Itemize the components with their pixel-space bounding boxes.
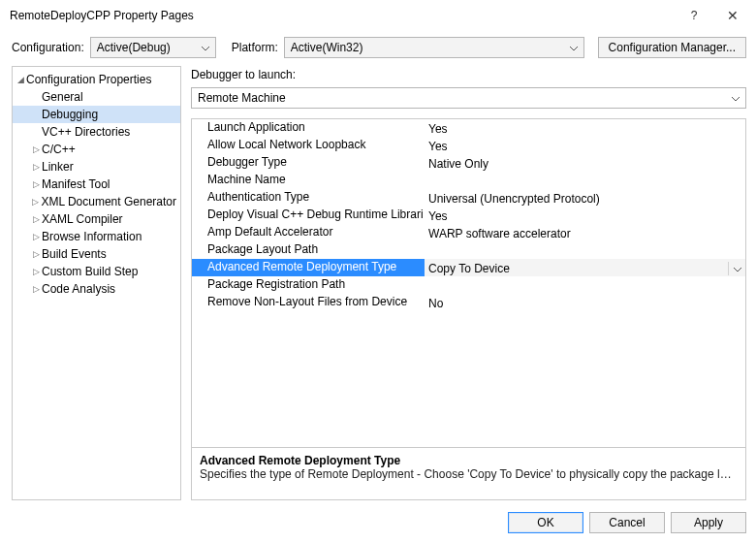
help-button[interactable]: ? — [675, 9, 713, 22]
property-row[interactable]: Machine Name — [192, 172, 745, 189]
tree-item-label: Browse Information — [42, 230, 142, 243]
property-value[interactable] — [425, 276, 745, 294]
property-value[interactable]: Yes — [425, 207, 745, 224]
property-name: Debugger Type — [192, 154, 425, 172]
tree-item[interactable]: ▷Build Events — [13, 245, 180, 263]
property-row[interactable]: Package Registration Path — [192, 276, 745, 294]
launcher-label: Debugger to launch: — [191, 66, 746, 87]
tree-item-label: Linker — [42, 160, 74, 174]
property-row[interactable]: Amp Default AcceleratorWARP software acc… — [192, 224, 745, 241]
collapse-icon[interactable]: ◢ — [15, 75, 26, 84]
tree-item[interactable]: VC++ Directories — [13, 123, 180, 141]
property-value[interactable]: Yes — [425, 119, 745, 137]
property-name: Machine Name — [192, 172, 425, 189]
dialog-footer: OK Cancel Apply — [0, 504, 756, 543]
configuration-value: Active(Debug) — [97, 41, 171, 54]
tree-item-label: C/C++ — [42, 143, 76, 156]
window-title: RemoteDeployCPP Property Pages — [10, 9, 675, 22]
property-value[interactable] — [425, 241, 745, 259]
expand-icon[interactable]: ▷ — [30, 197, 41, 207]
property-row[interactable]: Authentication TypeUniversal (Unencrypte… — [192, 189, 745, 207]
tree-item[interactable]: ▷Manifest Tool — [13, 176, 180, 193]
property-name: Remove Non-Layout Files from Device — [192, 294, 425, 311]
platform-label: Platform: — [232, 41, 278, 54]
tree-item-label: Debugging — [42, 108, 98, 121]
configuration-select[interactable]: Active(Debug) — [90, 37, 216, 58]
tree-item-label: General — [42, 90, 83, 104]
tree-item-label: Manifest Tool — [42, 177, 110, 191]
chevron-down-icon — [732, 91, 740, 105]
property-row[interactable]: Launch ApplicationYes — [192, 119, 745, 137]
expand-icon[interactable]: ▷ — [30, 284, 42, 294]
apply-button[interactable]: Apply — [671, 512, 746, 533]
tree-item-label: VC++ Directories — [42, 125, 130, 139]
cancel-button[interactable]: Cancel — [589, 512, 665, 533]
ok-button[interactable]: OK — [508, 512, 583, 533]
tree-item-label: Build Events — [42, 247, 107, 261]
property-row[interactable]: Advanced Remote Deployment TypeCopy To D… — [192, 259, 745, 276]
property-name: Advanced Remote Deployment Type — [192, 259, 425, 276]
property-name: Package Registration Path — [192, 276, 425, 294]
main-area: ◢ Configuration Properties GeneralDebugg… — [0, 66, 756, 504]
chevron-down-icon — [570, 41, 578, 54]
tree-item[interactable]: ▷XML Document Generator — [13, 193, 180, 210]
property-grid: Launch ApplicationYesAllow Local Network… — [191, 118, 746, 500]
launcher-value: Remote Machine — [198, 91, 286, 105]
tree-item[interactable]: ▷C/C++ — [13, 141, 180, 158]
description-body: Specifies the type of Remote Deployment … — [200, 467, 738, 481]
property-row[interactable]: Package Layout Path — [192, 241, 745, 259]
property-name: Allow Local Network Loopback — [192, 137, 425, 154]
expand-icon[interactable]: ▷ — [30, 249, 42, 259]
description-pane: Advanced Remote Deployment Type Specifie… — [192, 447, 745, 499]
tree-root-label: Configuration Properties — [26, 73, 151, 86]
tree-item-label: Code Analysis — [42, 282, 115, 296]
tree-item[interactable]: ▷Linker — [13, 158, 180, 176]
expand-icon[interactable]: ▷ — [30, 179, 42, 189]
property-pages-dialog: RemoteDeployCPP Property Pages ? ✕ Confi… — [0, 0, 756, 543]
tree-item-label: Custom Build Step — [42, 265, 138, 278]
property-row[interactable]: Debugger TypeNative Only — [192, 154, 745, 172]
platform-value: Active(Win32) — [291, 41, 363, 54]
close-button[interactable]: ✕ — [713, 8, 752, 23]
expand-icon[interactable]: ▷ — [30, 144, 42, 154]
property-name: Deploy Visual C++ Debug Runtime Librari — [192, 207, 425, 224]
property-row[interactable]: Remove Non-Layout Files from DeviceNo — [192, 294, 745, 311]
launcher-select[interactable]: Remote Machine — [191, 87, 746, 109]
property-grid-body[interactable]: Launch ApplicationYesAllow Local Network… — [192, 119, 745, 447]
description-title: Advanced Remote Deployment Type — [200, 454, 738, 467]
tree-item[interactable]: Debugging — [13, 106, 180, 123]
property-row[interactable]: Deploy Visual C++ Debug Runtime LibrariY… — [192, 207, 745, 224]
expand-icon[interactable]: ▷ — [30, 214, 42, 224]
property-value[interactable]: Copy To Device — [425, 259, 745, 276]
property-name: Launch Application — [192, 119, 425, 137]
chevron-down-icon[interactable] — [728, 262, 745, 275]
property-name: Amp Default Accelerator — [192, 224, 425, 241]
property-value[interactable]: Yes — [425, 137, 745, 154]
tree-item[interactable]: ▷Code Analysis — [13, 280, 180, 298]
configuration-label: Configuration: — [12, 41, 84, 54]
property-value[interactable]: Native Only — [425, 154, 745, 172]
tree-item[interactable]: ▷Custom Build Step — [13, 263, 180, 280]
titlebar: RemoteDeployCPP Property Pages ? ✕ — [0, 0, 756, 31]
right-pane: Debugger to launch: Remote Machine Launc… — [191, 66, 746, 500]
tree-item-label: XAML Compiler — [42, 212, 123, 226]
property-value[interactable]: WARP software accelerator — [425, 224, 745, 241]
tree-item-label: XML Document Generator — [41, 195, 176, 208]
tree-item[interactable]: ▷Browse Information — [13, 228, 180, 245]
config-row: Configuration: Active(Debug) Platform: A… — [0, 31, 756, 66]
property-value[interactable] — [425, 172, 745, 189]
property-value[interactable]: No — [425, 294, 745, 311]
chevron-down-icon — [202, 41, 209, 54]
platform-select[interactable]: Active(Win32) — [284, 37, 584, 58]
expand-icon[interactable]: ▷ — [30, 232, 42, 241]
category-tree[interactable]: ◢ Configuration Properties GeneralDebugg… — [12, 66, 181, 500]
configuration-manager-button[interactable]: Configuration Manager... — [598, 37, 746, 58]
tree-root[interactable]: ◢ Configuration Properties — [13, 71, 180, 88]
tree-item[interactable]: ▷XAML Compiler — [13, 210, 180, 228]
tree-item[interactable]: General — [13, 88, 180, 106]
property-row[interactable]: Allow Local Network LoopbackYes — [192, 137, 745, 154]
property-value[interactable]: Universal (Unencrypted Protocol) — [425, 189, 745, 207]
expand-icon[interactable]: ▷ — [30, 162, 42, 172]
expand-icon[interactable]: ▷ — [30, 267, 42, 276]
property-name: Authentication Type — [192, 189, 425, 207]
